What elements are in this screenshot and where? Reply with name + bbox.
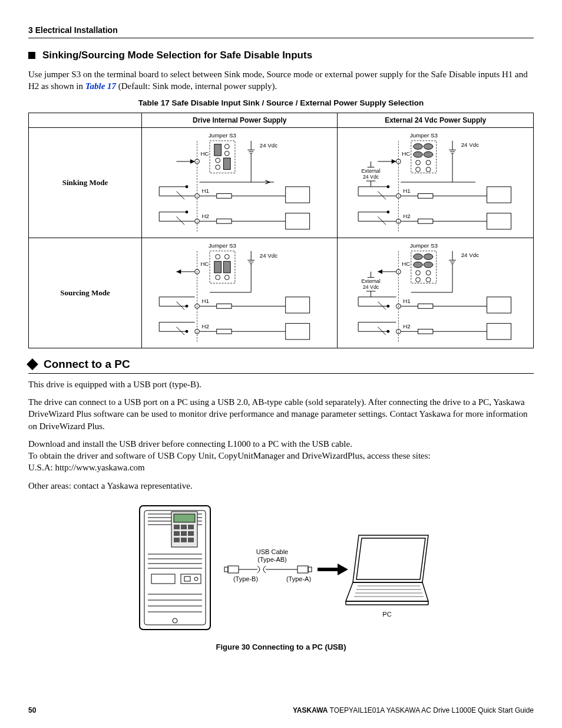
figure-30-caption: Figure 30 Connecting to a PC (USB) [28,642,534,653]
pc-paragraph-3: Download and install the USB driver befo… [28,438,534,474]
svg-point-51 [416,167,421,172]
svg-rect-1 [210,141,235,173]
svg-rect-26 [217,193,232,198]
diagram-sinking-external: Jumper S3 24 Vdc HC External 24 Vdc H1 [338,127,534,238]
footer-doc-text: TOEPYAIL1E01A YASKAWA AC Drive L1000E Qu… [328,706,534,714]
svg-rect-209 [151,574,175,584]
svg-rect-182 [487,324,511,340]
svg-marker-229 [346,582,428,601]
square-bullet-icon [28,52,35,59]
svg-rect-195 [188,525,194,529]
svg-rect-37 [217,219,232,223]
svg-point-34 [186,210,189,213]
svg-rect-39 [286,213,310,229]
svg-point-214 [173,618,177,623]
svg-text:24 Vdc: 24 Vdc [461,141,479,148]
diagram-sourcing-external: Jumper S3 24 Vdc HC External 24 Vdc H1 [338,238,534,348]
svg-text:24 Vdc: 24 Vdc [260,141,277,148]
svg-text:Jumper S3: Jumper S3 [209,242,236,249]
svg-point-85 [387,210,390,213]
svg-marker-61 [392,159,396,164]
svg-rect-196 [174,531,180,536]
intro-paragraph: Use jumper S3 on the terminal board to s… [28,68,534,93]
svg-text:PC: PC [382,611,391,618]
svg-text:H2: H2 [201,213,209,219]
svg-text:Jumper S3: Jumper S3 [410,242,438,249]
svg-rect-218 [224,567,228,572]
pc-paragraph-4: Other areas: contact a Yaskawa represent… [28,480,534,492]
svg-line-167 [378,302,386,310]
svg-point-142 [427,271,431,275]
svg-text:H1: H1 [201,297,209,304]
svg-text:(Type-AB): (Type-AB) [257,556,287,563]
svg-line-117 [176,301,184,309]
svg-point-23 [186,185,189,188]
svg-rect-88 [418,219,433,223]
svg-point-5 [216,158,220,163]
svg-rect-199 [174,538,180,542]
svg-point-7 [216,164,220,169]
table-17: Drive Internal Power Supply External 24 … [28,113,534,349]
table-row-sourcing: Sourcing Mode Jumper S3 24 Vdc HC H1 H2 [29,238,534,348]
pc-p3-line1: Download and install the USB driver befo… [28,439,352,449]
figure-30: USB Cable (Type-AB) (Type-B) (Type-A) PC [28,500,534,638]
svg-point-137 [414,254,423,260]
table-17-xref-link[interactable]: Table 17 [85,81,116,91]
svg-text:(Type-B): (Type-B) [233,575,258,582]
svg-text:USB Cable: USB Cable [256,548,288,555]
svg-rect-130 [217,329,232,334]
svg-rect-98 [223,261,230,272]
diagram-sinking-internal: Jumper S3 24 Vdc HC H1 H [142,127,338,238]
svg-line-178 [378,327,386,335]
svg-text:H2: H2 [201,323,209,330]
svg-point-50 [427,160,431,165]
svg-marker-153 [378,269,383,274]
svg-rect-28 [286,187,310,203]
svg-text:HC: HC [402,261,411,267]
table-header-external: External 24 Vdc Power Supply [338,113,534,127]
svg-line-128 [176,327,184,335]
svg-rect-193 [174,525,180,529]
svg-text:24 Vdc: 24 Vdc [260,252,277,258]
svg-text:24 Vdc: 24 Vdc [461,252,479,258]
section-heading-pc-text: Connect to a PC [44,357,130,372]
svg-rect-79 [487,187,511,203]
row-label-sinking: Sinking Mode [29,127,142,238]
svg-text:24 Vdc: 24 Vdc [363,284,379,290]
svg-point-95 [216,255,220,259]
table-17-caption: Table 17 Safe Disable Input Sink / Sourc… [28,98,534,108]
svg-rect-217 [228,566,239,573]
svg-marker-109 [176,269,181,274]
svg-text:HC: HC [200,261,209,267]
svg-rect-197 [181,531,187,536]
pc-p3-line2: To obtain the driver and software of USB… [28,451,431,460]
svg-point-144 [427,278,431,282]
svg-rect-194 [181,525,187,529]
svg-rect-2 [214,144,222,155]
svg-rect-180 [418,329,433,334]
svg-rect-171 [487,297,511,313]
svg-rect-198 [188,531,194,536]
page-footer: 50 YASKAWA TOEPYAIL1E01A YASKAWA AC Driv… [28,706,534,715]
svg-point-96 [224,255,229,259]
svg-text:Jumper S3: Jumper S3 [209,132,236,139]
svg-point-141 [416,271,421,275]
svg-rect-90 [487,213,511,229]
svg-rect-97 [214,261,222,272]
row-label-sourcing: Sourcing Mode [29,238,142,348]
svg-marker-227 [353,535,428,582]
svg-point-52 [427,167,431,172]
svg-text:24 Vdc: 24 Vdc [363,174,379,180]
svg-rect-200 [181,538,187,542]
svg-line-24 [176,191,184,199]
section-heading-sink-source: Sinking/Sourcing Mode Selection for Safe… [28,49,534,62]
diamond-bullet-icon [27,358,38,370]
svg-text:HC: HC [200,150,209,157]
svg-point-139 [414,262,423,268]
svg-marker-228 [356,538,425,579]
section-heading-text: Sinking/Sourcing Mode Selection for Safe… [42,49,312,62]
svg-marker-16 [190,159,195,164]
svg-point-138 [424,254,434,260]
table-header-row: Drive Internal Power Supply External 24 … [29,113,534,127]
pc-paragraph-2: The drive can connect to a USB port on a… [28,396,534,432]
